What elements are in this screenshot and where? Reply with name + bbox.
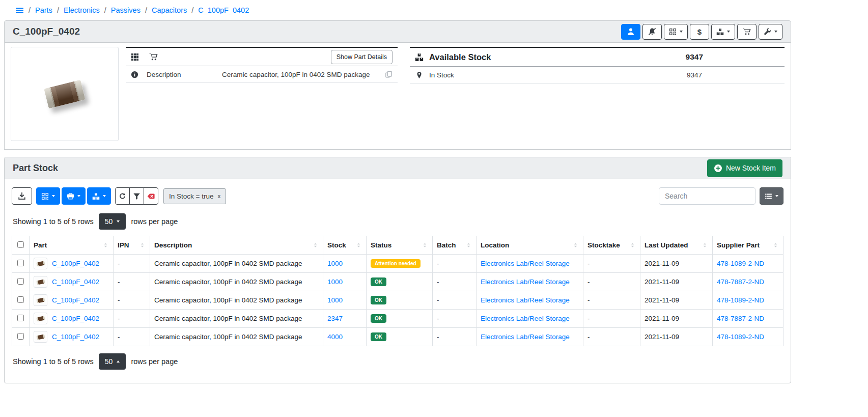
rows-per-page-text: rows per page bbox=[131, 357, 178, 366]
sort-icon bbox=[355, 242, 362, 248]
printer-icon bbox=[67, 192, 74, 200]
showing-rows-text: Showing 1 to 5 of 5 rows bbox=[13, 217, 94, 226]
active-filter-chip[interactable]: In Stock = true x bbox=[163, 188, 226, 204]
column-header-stock[interactable]: Stock bbox=[323, 236, 367, 255]
table-row[interactable]: C_100pF_0402 - Ceramic capacitor, 100pF … bbox=[12, 255, 783, 273]
part-link[interactable]: C_100pF_0402 bbox=[52, 260, 99, 267]
row-checkbox[interactable] bbox=[17, 278, 24, 285]
part-link[interactable]: C_100pF_0402 bbox=[52, 315, 99, 322]
capacitor-photo bbox=[44, 79, 85, 108]
page-size-selector[interactable]: 50 bbox=[99, 353, 126, 370]
cart-icon bbox=[743, 27, 751, 36]
column-header-last-updated[interactable]: Last Updated bbox=[640, 236, 713, 255]
stock-link[interactable]: 1000 bbox=[327, 260, 343, 267]
supplier-part-link[interactable]: 478-7887-2-ND bbox=[717, 315, 764, 322]
clear-filters-button[interactable] bbox=[144, 187, 158, 205]
supplier-part-link[interactable]: 478-1089-2-ND bbox=[717, 260, 764, 267]
column-header-status[interactable]: Status bbox=[367, 236, 433, 255]
breadcrumb-link-passives[interactable]: Passives bbox=[111, 6, 141, 14]
column-header-description[interactable]: Description bbox=[150, 236, 323, 255]
sort-icon bbox=[139, 242, 146, 248]
export-button[interactable] bbox=[12, 187, 32, 205]
menu-icon[interactable] bbox=[15, 6, 24, 15]
part-link[interactable]: C_100pF_0402 bbox=[52, 296, 99, 304]
pricing-button[interactable]: $ bbox=[690, 24, 709, 40]
table-row[interactable]: C_100pF_0402 - Ceramic capacitor, 100pF … bbox=[12, 328, 783, 346]
location-link[interactable]: Electronics Lab/Reel Storage bbox=[481, 333, 570, 341]
stock-link[interactable]: 4000 bbox=[327, 333, 343, 341]
table-row[interactable]: C_100pF_0402 - Ceramic capacitor, 100pF … bbox=[12, 273, 783, 291]
part-page-header: C_100pF_0402 $ bbox=[4, 20, 791, 43]
breadcrumb-separator: / bbox=[145, 6, 147, 14]
copy-icon[interactable] bbox=[385, 71, 393, 78]
filter-icon bbox=[133, 192, 141, 200]
table-row[interactable]: C_100pF_0402 - Ceramic capacitor, 100pF … bbox=[12, 291, 783, 310]
stock-boxes-icon bbox=[415, 53, 424, 62]
row-checkbox[interactable] bbox=[17, 296, 24, 303]
search-input[interactable] bbox=[659, 187, 755, 205]
breadcrumb-link-parts[interactable]: Parts bbox=[35, 6, 52, 14]
supplier-part-link[interactable]: 478-1089-2-ND bbox=[717, 333, 764, 341]
chevron-down-icon bbox=[103, 195, 106, 197]
cart-icon[interactable] bbox=[149, 52, 158, 61]
part-image[interactable] bbox=[11, 47, 119, 141]
filter-button[interactable] bbox=[129, 187, 144, 205]
print-actions-button[interactable] bbox=[62, 187, 86, 205]
stocktake-cell: - bbox=[583, 328, 640, 346]
part-thumbnail bbox=[34, 331, 47, 343]
location-link[interactable]: Electronics Lab/Reel Storage bbox=[481, 260, 570, 267]
grid-icon[interactable] bbox=[131, 53, 139, 61]
refresh-button[interactable] bbox=[115, 187, 130, 205]
select-all-header[interactable] bbox=[12, 236, 30, 255]
order-part-button[interactable] bbox=[737, 24, 757, 40]
page-size-selector[interactable]: 50 bbox=[99, 213, 126, 230]
show-part-details-button[interactable]: Show Part Details bbox=[331, 50, 393, 64]
breadcrumb-separator: / bbox=[104, 6, 106, 14]
breadcrumb-link-electronics[interactable]: Electronics bbox=[64, 6, 100, 14]
stock-link[interactable]: 1000 bbox=[327, 296, 343, 304]
sort-icon bbox=[629, 242, 636, 248]
new-stock-item-button[interactable]: New Stock Item bbox=[707, 159, 782, 177]
stock-link[interactable]: 2347 bbox=[327, 315, 343, 322]
stock-actions-button[interactable] bbox=[711, 24, 735, 40]
location-link[interactable]: Electronics Lab/Reel Storage bbox=[481, 315, 570, 322]
supplier-part-link[interactable]: 478-1089-2-ND bbox=[717, 296, 764, 304]
status-badge: OK bbox=[371, 314, 386, 323]
status-badge: OK bbox=[371, 332, 386, 341]
chevron-down-icon bbox=[117, 220, 120, 223]
column-header-part[interactable]: Part bbox=[30, 236, 114, 255]
part-actions-button[interactable] bbox=[759, 24, 782, 40]
last-updated-cell: 2021-11-09 bbox=[640, 291, 713, 310]
location-link[interactable]: Electronics Lab/Reel Storage bbox=[481, 278, 570, 286]
sort-icon bbox=[102, 242, 109, 248]
barcode-actions-button[interactable] bbox=[36, 187, 60, 205]
column-header-supplier-part[interactable]: Supplier Part bbox=[713, 236, 783, 255]
stock-table-toolbar: In Stock = true x bbox=[12, 187, 783, 205]
table-row[interactable]: C_100pF_0402 - Ceramic capacitor, 100pF … bbox=[12, 310, 783, 328]
subscribe-button[interactable] bbox=[621, 24, 640, 40]
part-link[interactable]: C_100pF_0402 bbox=[52, 278, 99, 286]
stock-link[interactable]: 1000 bbox=[327, 278, 343, 286]
supplier-part-link[interactable]: 478-7887-2-ND bbox=[717, 278, 764, 286]
part-action-buttons: $ bbox=[621, 24, 782, 40]
row-checkbox[interactable] bbox=[17, 315, 24, 321]
barcode-actions-button[interactable] bbox=[664, 24, 688, 40]
column-header-ipn[interactable]: IPN bbox=[114, 236, 150, 255]
row-checkbox[interactable] bbox=[17, 260, 24, 266]
column-header-batch[interactable]: Batch bbox=[433, 236, 477, 255]
ipn-cell: - bbox=[114, 310, 150, 328]
breadcrumb-link-current-part[interactable]: C_100pF_0402 bbox=[198, 6, 249, 14]
ipn-cell: - bbox=[114, 291, 150, 310]
stock-options-button[interactable] bbox=[87, 187, 111, 205]
part-link[interactable]: C_100pF_0402 bbox=[52, 333, 99, 341]
breadcrumb-link-capacitors[interactable]: Capacitors bbox=[152, 6, 187, 14]
column-header-stocktake[interactable]: Stocktake bbox=[583, 236, 640, 255]
location-link[interactable]: Electronics Lab/Reel Storage bbox=[481, 296, 570, 304]
notifications-off-button[interactable] bbox=[642, 24, 662, 40]
last-updated-cell: 2021-11-09 bbox=[640, 310, 713, 328]
row-checkbox[interactable] bbox=[17, 333, 24, 340]
column-header-location[interactable]: Location bbox=[477, 236, 583, 255]
select-all-checkbox[interactable] bbox=[17, 241, 24, 248]
remove-filter-icon[interactable]: x bbox=[217, 193, 220, 199]
column-view-button[interactable] bbox=[760, 187, 783, 205]
